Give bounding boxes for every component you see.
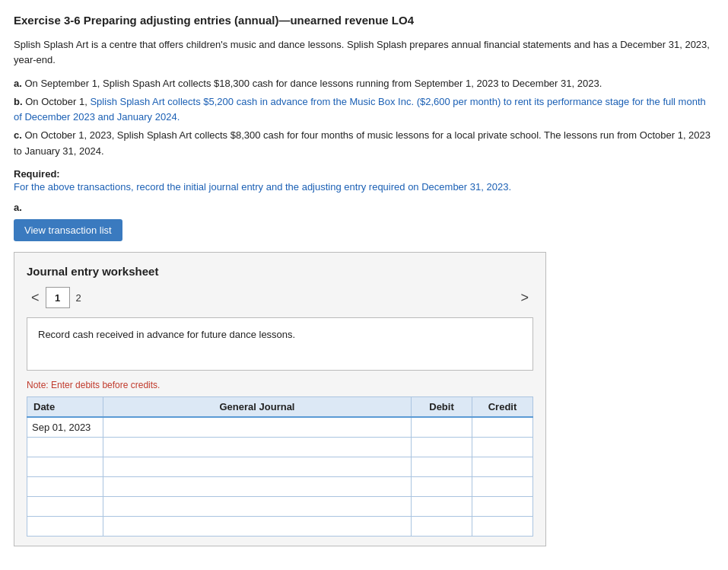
table-row [27, 496, 533, 516]
debit-input[interactable] [412, 418, 472, 437]
credit-input[interactable] [472, 497, 532, 516]
date-cell [27, 457, 103, 476]
table-row [27, 516, 533, 536]
col-debit: Debit [412, 397, 472, 418]
scenario-b-text-before: On October 1, [25, 96, 90, 107]
credit-input[interactable] [472, 517, 532, 536]
journal-table: Date General Journal Debit Credit Sep 01… [27, 396, 533, 537]
journal-cell[interactable] [103, 457, 412, 476]
credit-cell[interactable] [472, 457, 533, 476]
date-cell: Sep 01, 2023 [27, 417, 103, 437]
journal-cell[interactable] [103, 496, 412, 516]
required-text: For the above transactions, record the i… [14, 181, 511, 193]
worksheet-nav-row: < 1 2 > [27, 287, 533, 308]
credit-cell[interactable] [472, 516, 533, 536]
debit-cell[interactable] [412, 476, 472, 496]
journal-input[interactable] [103, 438, 411, 457]
journal-input[interactable] [103, 477, 411, 496]
credit-input[interactable] [472, 477, 532, 496]
journal-cell[interactable] [103, 437, 412, 457]
credit-cell[interactable] [472, 496, 533, 516]
journal-input[interactable] [103, 418, 411, 437]
table-row [27, 457, 533, 476]
scenario-a: a. On September 1, Splish Spash Art coll… [14, 76, 714, 91]
debit-input[interactable] [412, 457, 472, 476]
table-row [27, 437, 533, 457]
view-transaction-button[interactable]: View transaction list [14, 219, 122, 241]
date-cell [27, 496, 103, 516]
credit-cell[interactable] [472, 417, 533, 437]
journal-input[interactable] [103, 517, 411, 536]
journal-input[interactable] [103, 497, 411, 516]
debit-input[interactable] [412, 497, 472, 516]
next-page-button[interactable]: > [516, 291, 533, 304]
debit-input[interactable] [412, 477, 472, 496]
instruction-box: Record cash received in advance for futu… [27, 317, 533, 371]
credit-input[interactable] [472, 438, 532, 457]
debit-input[interactable] [412, 438, 472, 457]
note-text: Note: Enter debits before credits. [27, 380, 533, 390]
scenario-b-label: b. [14, 96, 23, 107]
section-a-label: a. [14, 202, 714, 213]
credit-input[interactable] [472, 457, 532, 476]
scenario-c-text: On October 1, 2023, Splish Splash Art co… [14, 129, 711, 156]
scenarios-section: a. On September 1, Splish Spash Art coll… [14, 76, 714, 159]
scenario-a-text: On September 1, Splish Spash Art collect… [24, 78, 602, 89]
page-2-label[interactable]: 2 [76, 292, 81, 304]
credit-cell[interactable] [472, 437, 533, 457]
required-section: Required: For the above transactions, re… [14, 168, 714, 195]
debit-cell[interactable] [412, 417, 472, 437]
table-header-row: Date General Journal Debit Credit [27, 397, 533, 418]
col-credit: Credit [472, 397, 533, 418]
debit-input[interactable] [412, 517, 472, 536]
col-general-journal: General Journal [103, 397, 412, 418]
debit-cell[interactable] [412, 457, 472, 476]
debit-cell[interactable] [412, 516, 472, 536]
date-cell [27, 437, 103, 457]
journal-input[interactable] [103, 457, 411, 476]
scenario-a-label: a. [14, 78, 22, 89]
debit-cell[interactable] [412, 496, 472, 516]
debit-cell[interactable] [412, 437, 472, 457]
scenario-b-text-blue: Splish Splash Art collects $5,200 cash i… [14, 96, 706, 123]
exercise-title: Exercise 3-6 Preparing adjusting entries… [14, 14, 714, 27]
worksheet-title: Journal entry worksheet [27, 265, 533, 278]
required-label: Required: [14, 168, 60, 180]
scenario-c: c. On October 1, 2023, Splish Splash Art… [14, 128, 714, 158]
prev-page-button[interactable]: < [27, 291, 44, 304]
date-cell [27, 516, 103, 536]
col-date: Date [27, 397, 103, 418]
journal-worksheet-box: Journal entry worksheet < 1 2 > Record c… [14, 252, 546, 546]
credit-input[interactable] [472, 418, 532, 437]
table-row [27, 476, 533, 496]
journal-cell[interactable] [103, 417, 412, 437]
scenario-c-label: c. [14, 129, 22, 141]
scenario-b: b. On October 1, Splish Splash Art colle… [14, 94, 714, 125]
credit-cell[interactable] [472, 476, 533, 496]
journal-cell[interactable] [103, 476, 412, 496]
table-row: Sep 01, 2023 [27, 417, 533, 437]
current-page-box: 1 [46, 287, 70, 308]
intro-paragraph: Splish Splash Art is a centre that offer… [14, 37, 714, 67]
date-cell [27, 476, 103, 496]
journal-cell[interactable] [103, 516, 412, 536]
